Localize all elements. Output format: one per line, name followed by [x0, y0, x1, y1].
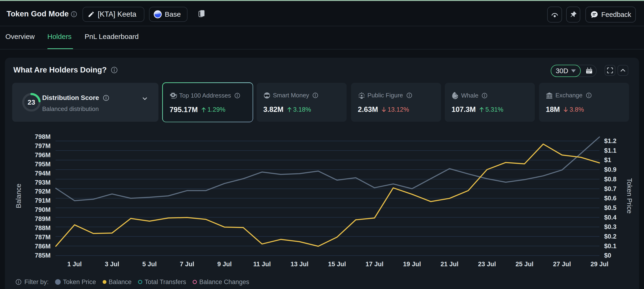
svg-text:786M: 786M [35, 243, 50, 250]
svg-text:11 Jul: 11 Jul [253, 261, 271, 268]
svg-text:23 Jul: 23 Jul [478, 261, 496, 268]
svg-text:$0.1: $0.1 [604, 242, 616, 250]
svg-text:29 Jul: 29 Jul [590, 261, 608, 268]
svg-text:$1: $1 [604, 156, 611, 163]
svg-text:23: 23 [28, 99, 35, 106]
svg-text:21 Jul: 21 Jul [440, 261, 459, 268]
svg-text:798M: 798M [35, 133, 50, 140]
svg-text:25 Jul: 25 Jul [516, 261, 534, 268]
svg-text:17 Jul: 17 Jul [366, 261, 384, 268]
svg-text:1 Jul: 1 Jul [67, 261, 82, 268]
svg-text:787M: 787M [35, 234, 50, 241]
svg-text:5 Jul: 5 Jul [142, 261, 157, 268]
svg-text:13 Jul: 13 Jul [290, 261, 309, 268]
svg-text:788M: 788M [35, 224, 50, 231]
svg-text:Token Price: Token Price [626, 178, 633, 214]
svg-text:27 Jul: 27 Jul [553, 261, 571, 268]
svg-text:9 Jul: 9 Jul [217, 261, 232, 268]
svg-text:789M: 789M [35, 215, 50, 222]
svg-text:790M: 790M [35, 206, 50, 213]
svg-text:$0.7: $0.7 [604, 185, 616, 192]
svg-text:$0.4: $0.4 [604, 214, 616, 221]
svg-text:15 Jul: 15 Jul [328, 261, 346, 268]
svg-text:$1.2: $1.2 [604, 137, 616, 145]
svg-text:7 Jul: 7 Jul [180, 261, 194, 268]
svg-text:797M: 797M [35, 142, 50, 149]
svg-text:$0: $0 [604, 252, 611, 259]
svg-text:796M: 796M [35, 152, 50, 159]
svg-text:$0.5: $0.5 [604, 204, 616, 211]
svg-text:Balance: Balance [15, 184, 22, 208]
svg-text:$0.2: $0.2 [604, 233, 616, 240]
svg-text:794M: 794M [35, 170, 50, 177]
svg-text:785M: 785M [35, 252, 50, 259]
svg-text:19 Jul: 19 Jul [403, 261, 421, 268]
svg-text:791M: 791M [35, 197, 50, 204]
svg-text:3 Jul: 3 Jul [105, 261, 119, 268]
svg-text:$0.8: $0.8 [604, 176, 616, 183]
svg-text:$1.1: $1.1 [604, 147, 616, 154]
svg-text:$0.3: $0.3 [604, 223, 616, 230]
svg-text:$0.9: $0.9 [604, 166, 616, 173]
svg-text:795M: 795M [35, 161, 50, 168]
svg-text:792M: 792M [35, 188, 50, 195]
svg-text:793M: 793M [35, 179, 50, 186]
svg-text:$0.6: $0.6 [604, 195, 616, 202]
